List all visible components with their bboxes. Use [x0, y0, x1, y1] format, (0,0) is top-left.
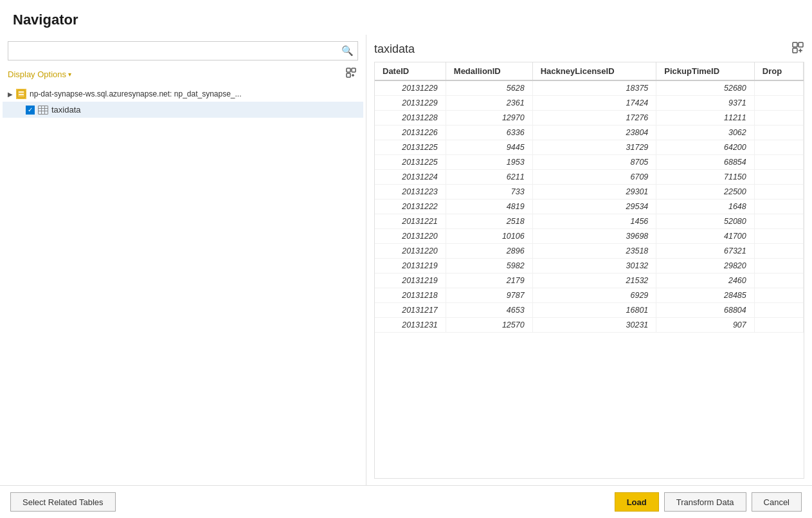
table-cell: 2460 — [656, 273, 754, 288]
tree-area[interactable]: ▶ np-dat-synapse-ws.sql.azuresynapse.net… — [0, 86, 366, 479]
table-cell: 23518 — [532, 244, 656, 259]
table-cell: 2518 — [446, 214, 532, 229]
table-cell: 9787 — [446, 288, 532, 303]
table-cell: 17276 — [532, 111, 656, 125]
table-cell: 3062 — [656, 125, 754, 140]
preview-refresh-button[interactable] — [791, 41, 804, 57]
table-cell: 67321 — [656, 244, 754, 259]
table-cell: 8705 — [532, 155, 656, 170]
table-cell: 12570 — [446, 318, 532, 333]
table-cell-drop — [754, 170, 803, 185]
table-cell-drop — [754, 140, 803, 155]
svg-rect-2 — [347, 73, 350, 77]
table-node[interactable]: ✓ taxidata — [3, 102, 363, 118]
data-table-scroll[interactable]: DateID MedallionID HackneyLicenseID Pick… — [375, 62, 804, 478]
preview-header: taxidata — [374, 41, 804, 57]
table-row: 201312292361174249371 — [375, 96, 804, 111]
table-row: 201312189787692928485 — [375, 288, 804, 303]
table-cell: 20131224 — [375, 170, 446, 185]
table-cell-drop — [754, 303, 803, 318]
table-cell-drop — [754, 214, 803, 229]
svg-rect-13 — [793, 48, 797, 53]
server-node[interactable]: ▶ np-dat-synapse-ws.sql.azuresynapse.net… — [3, 86, 363, 102]
table-row: 2013122028962351867321 — [375, 244, 804, 259]
table-cell: 2361 — [446, 96, 532, 111]
table-row: 201312192179215322460 — [375, 273, 804, 288]
svg-rect-12 — [798, 42, 803, 47]
table-row: 20131220101063969841700 — [375, 229, 804, 244]
table-cell: 52080 — [656, 214, 754, 229]
table-cell: 71150 — [656, 170, 754, 185]
transform-data-button[interactable]: Transform Data — [664, 492, 746, 512]
table-row: 201312212518145652080 — [375, 214, 804, 229]
database-icon — [16, 89, 26, 99]
table-row: 2013121746531680168804 — [375, 303, 804, 318]
table-cell: 6211 — [446, 170, 532, 185]
table-cell: 28485 — [656, 288, 754, 303]
table-checkbox[interactable]: ✓ — [26, 106, 35, 115]
table-cell: 68804 — [656, 303, 754, 318]
table-cell: 20131222 — [375, 199, 446, 214]
table-cell: 4819 — [446, 199, 532, 214]
svg-rect-0 — [347, 68, 350, 72]
table-cell: 20131221 — [375, 214, 446, 229]
data-table-wrapper: DateID MedallionID HackneyLicenseID Pick… — [374, 62, 804, 479]
load-button[interactable]: Load — [615, 492, 659, 512]
table-cell-drop — [754, 96, 803, 111]
table-cell: 30132 — [532, 259, 656, 273]
table-cell: 4653 — [446, 303, 532, 318]
cancel-button[interactable]: Cancel — [752, 492, 802, 512]
table-cell-drop — [754, 259, 803, 273]
table-cell: 22500 — [656, 185, 754, 199]
display-options-row: Display Options ▾ — [0, 66, 366, 82]
table-cell: 1648 — [656, 199, 754, 214]
table-cell: 1456 — [532, 214, 656, 229]
table-cell: 41700 — [656, 229, 754, 244]
table-cell: 20131228 — [375, 111, 446, 125]
table-row: 201312246211670971150 — [375, 170, 804, 185]
table-cell: 6336 — [446, 125, 532, 140]
table-icon — [38, 106, 48, 115]
table-cell: 20131231 — [375, 318, 446, 333]
table-row: 2013122956281837552680 — [375, 80, 804, 96]
table-cell: 12970 — [446, 111, 532, 125]
svg-rect-1 — [352, 68, 356, 72]
table-cell: 31729 — [532, 140, 656, 155]
table-row: 201312251953870568854 — [375, 155, 804, 170]
svg-rect-11 — [793, 42, 797, 47]
search-input[interactable] — [12, 46, 341, 56]
col-header-drop: Drop — [754, 62, 803, 80]
table-row: 20131228129701727611211 — [375, 111, 804, 125]
col-header-pickuptimeid: PickupTimeID — [656, 62, 754, 80]
table-cell: 20131220 — [375, 244, 446, 259]
refresh-icon-button[interactable] — [344, 66, 358, 82]
table-cell: 23804 — [532, 125, 656, 140]
table-row: 201312224819295341648 — [375, 199, 804, 214]
table-cell: 20131217 — [375, 303, 446, 318]
table-cell: 16801 — [532, 303, 656, 318]
table-cell: 9445 — [446, 140, 532, 155]
search-bar: 🔍 — [8, 41, 358, 60]
select-related-tables-button[interactable]: Select Related Tables — [10, 492, 116, 512]
table-cell: 2179 — [446, 273, 532, 288]
table-cell: 64200 — [656, 140, 754, 155]
table-row: 201312266336238043062 — [375, 125, 804, 140]
table-cell: 10106 — [446, 229, 532, 244]
bottom-bar: Select Related Tables Load Transform Dat… — [0, 485, 812, 518]
table-cell: 29534 — [532, 199, 656, 214]
table-cell: 20131219 — [375, 273, 446, 288]
table-cell: 30231 — [532, 318, 656, 333]
table-cell: 20131226 — [375, 125, 446, 140]
display-options-button[interactable]: Display Options ▾ — [8, 68, 71, 80]
main-content: 🔍 Display Options ▾ — [0, 35, 812, 485]
table-cell: 52680 — [656, 80, 754, 96]
table-cell: 29301 — [532, 185, 656, 199]
table-cell: 2896 — [446, 244, 532, 259]
table-cell: 20131219 — [375, 259, 446, 273]
table-cell-drop — [754, 185, 803, 199]
table-cell-drop — [754, 273, 803, 288]
table-cell-drop — [754, 80, 803, 96]
data-table: DateID MedallionID HackneyLicenseID Pick… — [375, 62, 804, 333]
table-cell-drop — [754, 318, 803, 333]
col-header-dateid: DateID — [375, 62, 446, 80]
